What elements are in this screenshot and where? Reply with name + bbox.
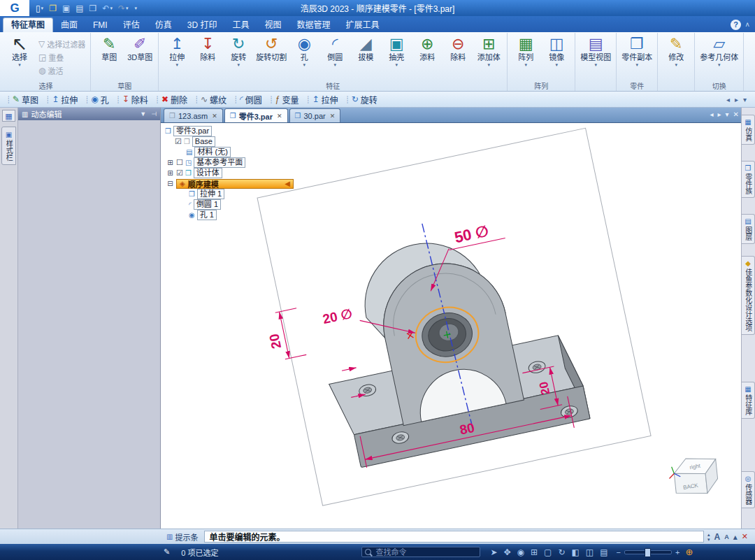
zoom-target-button[interactable]: ⊕ — [685, 547, 693, 557]
hole-button[interactable]: ◉ 孔 ▾ — [289, 34, 319, 69]
scroll-up-button[interactable]: ▴ — [707, 532, 710, 537]
command-search-box[interactable] — [361, 547, 480, 557]
part-model[interactable] — [304, 216, 590, 470]
quick-extrude2-button[interactable]: ┊↥拉伸 — [303, 92, 342, 106]
modify-button[interactable]: ✎ 修改 ▾ — [661, 34, 691, 69]
sidebar-tab-layers[interactable]: ▤ 图层 — [742, 214, 755, 244]
drag-handle[interactable]: ┊ — [194, 96, 199, 103]
help-button[interactable]: ? — [731, 20, 741, 30]
quick-thread-button[interactable]: ┊∿螺纹 — [191, 92, 230, 106]
shell-button[interactable]: ▣ 抽壳 ▾ — [381, 34, 412, 69]
sketch-3d-button[interactable]: ✐ 3D草图 — [124, 34, 155, 63]
close-document-icon[interactable]: ✕ — [733, 110, 739, 118]
extrude-button[interactable]: ↥ 拉伸 ▾ — [161, 34, 192, 69]
zoom-slider[interactable] — [624, 550, 672, 554]
tab-list-icon[interactable]: ▾ — [726, 110, 729, 118]
drag-handle[interactable]: ┊ — [85, 96, 89, 103]
tab-simulation[interactable]: 仿真 — [148, 18, 180, 32]
tab-view[interactable]: 视图 — [257, 18, 289, 32]
tab-extensions[interactable]: 扩展工具 — [338, 18, 387, 32]
tree-item-label[interactable]: 拉伸 1 — [197, 189, 224, 199]
drag-handle[interactable]: ┊ — [345, 96, 350, 103]
drag-handle[interactable]: ┊ — [155, 96, 159, 103]
drag-handle[interactable]: ┊ — [306, 96, 310, 103]
undo-button[interactable]: ↶▾ — [100, 1, 115, 15]
tree-item-label[interactable]: Base — [192, 136, 215, 147]
tree-item-label[interactable]: 孔 1 — [197, 210, 217, 220]
model-view-button[interactable]: ▤ 模型视图 ▾ — [578, 34, 613, 69]
tab-feature-sketch[interactable]: 特征草图 — [3, 17, 53, 32]
view-cube[interactable]: right BACK — [666, 450, 726, 506]
tree-item-label[interactable]: 材料 (无) — [194, 147, 230, 157]
chevron-down-icon[interactable]: ▾ — [743, 96, 747, 103]
add-material-button[interactable]: ⊕ 添料 — [412, 34, 443, 63]
pan-icon[interactable]: ✥ — [503, 547, 510, 557]
customize-toolbar-button[interactable]: ▾ — [132, 1, 140, 15]
close-icon[interactable]: ✕ — [212, 113, 217, 120]
command-search-input[interactable] — [374, 547, 477, 557]
zoom-icon[interactable]: ◉ — [517, 547, 524, 557]
revolve-cut-button[interactable]: ↺ 旋转切割 — [254, 34, 289, 63]
zoom-slider-thumb[interactable] — [645, 548, 651, 557]
checkbox-checked-icon[interactable]: ☑ — [176, 168, 183, 178]
collapse-ribbon-button[interactable]: ˄ — [745, 21, 749, 29]
tab-3d-print[interactable]: 3D 打印 — [180, 18, 225, 32]
mirror-button[interactable]: ◫ 镜像 ▾ — [541, 34, 572, 69]
sidebar-tab-parametric-design-options[interactable]: ◆ 佳鱼参数化设计选项 — [742, 256, 755, 335]
font-increase-button[interactable]: A — [714, 532, 721, 542]
tree-item-label[interactable]: 基本参考平面 — [194, 157, 245, 168]
scroll-left-icon[interactable]: ◂ — [726, 96, 730, 103]
sidebar-tab-simulation[interactable]: ▦ 仿真 — [742, 115, 755, 145]
chevron-down-icon[interactable]: ▼ — [140, 110, 146, 117]
rotate-view-icon[interactable]: ↻ — [558, 547, 565, 557]
tree-item-label[interactable]: 倒圆 1 — [194, 199, 221, 210]
zoom-area-icon[interactable]: ⊞ — [531, 547, 538, 557]
pattern-button[interactable]: ▦ 阵列 ▾ — [510, 34, 541, 69]
tab-scroll-left-icon[interactable]: ◂ — [710, 110, 714, 118]
new-file-button[interactable]: ▯▾ — [34, 1, 45, 15]
tab-scroll-right-icon[interactable]: ▸ — [718, 110, 721, 118]
expand-icon[interactable]: ⊞ — [166, 159, 174, 166]
collapse-icon[interactable]: ⊟ — [166, 180, 174, 187]
select-filter-button[interactable]: ▽选择过滤器 — [36, 38, 87, 50]
drag-handle[interactable]: ┊ — [6, 96, 10, 103]
select-button[interactable]: ↖ 选择 ▾ — [4, 34, 35, 69]
drag-handle[interactable]: ┊ — [45, 96, 50, 103]
drag-handle[interactable]: ┊ — [116, 96, 120, 103]
draft-button[interactable]: ◢ 拔模 — [350, 34, 381, 63]
sidebar-tab-sensors[interactable]: ◎ 传感器 — [742, 471, 755, 508]
quick-variables-button[interactable]: ┊ƒ变量 — [266, 92, 303, 106]
zoom-in-button[interactable]: + — [675, 548, 680, 557]
sketch-button[interactable]: ✎ 草图 — [94, 34, 124, 63]
save-button[interactable]: ▣ — [60, 1, 72, 15]
tab-evaluate[interactable]: 评估 — [115, 18, 148, 32]
overlap-button[interactable]: ◲重叠 — [36, 51, 87, 64]
doc-tab-123-asm[interactable]: ❒ 123.asm ✕ — [164, 108, 223, 122]
panel-grid-icon[interactable]: ▦ — [2, 110, 15, 122]
shaded-view-icon[interactable]: ◧ — [571, 547, 579, 557]
view-styles-icon[interactable]: ▤ — [600, 547, 607, 557]
print-button[interactable]: ▤ — [73, 1, 85, 15]
sidebar-tab-part-family[interactable]: ❒ 零件族 — [742, 161, 755, 198]
doc-tab-30-par[interactable]: ❒ 30.par ✕ — [289, 108, 341, 122]
redo-button[interactable]: ↷▾ — [116, 1, 131, 15]
prompt-bar-chip[interactable]: ▥ 提示条 — [164, 531, 201, 543]
add-body-button[interactable]: ⊞ 添加体 ▾ — [473, 34, 504, 69]
selected-tree-item[interactable]: ◈ 顺序建模 ◀ — [176, 179, 294, 189]
scroll-right-icon[interactable]: ▸ — [735, 96, 738, 103]
cut-button[interactable]: ↧ 除料 — [192, 34, 223, 63]
quick-hole-button[interactable]: ┊◉孔 — [81, 92, 113, 106]
open-file-button[interactable]: ❐ — [47, 1, 59, 15]
quick-sketch-button[interactable]: ┊✎草图 — [3, 92, 42, 106]
checkbox-unchecked-icon[interactable]: ☐ — [176, 158, 183, 167]
quick-delete-button[interactable]: ┊✖删除 — [152, 92, 191, 106]
remove-material-button[interactable]: ⊖ 除料 — [443, 34, 473, 63]
close-prompt-button[interactable]: ✕ — [742, 532, 748, 541]
round-button[interactable]: ◜ 倒圆 ▾ — [319, 34, 350, 69]
close-icon[interactable]: ✕ — [277, 113, 282, 120]
window-button[interactable]: ❒ — [87, 1, 99, 15]
reference-geometry-button[interactable]: ▱ 参考几何体 ▾ — [698, 34, 740, 69]
font-decrease-button[interactable]: A — [724, 533, 729, 540]
fit-view-icon[interactable]: ▢ — [544, 547, 552, 557]
part-copy-button[interactable]: ❐ 零件副本 ▾ — [619, 34, 654, 69]
